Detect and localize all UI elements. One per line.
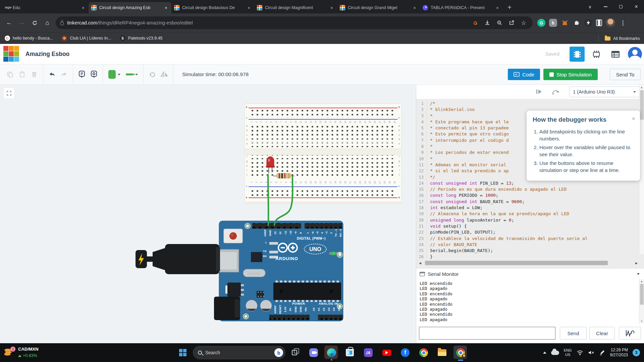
- metamask-extension-icon[interactable]: [561, 19, 569, 27]
- browser-tab[interactable]: TABLA PERIóDICA - Present: [420, 2, 503, 13]
- send-to-button[interactable]: Send To: [610, 69, 641, 80]
- usb-cable[interactable]: [136, 244, 220, 274]
- scrollbar-thumb[interactable]: [640, 90, 644, 120]
- start-button[interactable]: [179, 349, 186, 356]
- browser-menu-icon[interactable]: [619, 19, 627, 27]
- inspect-icon[interactable]: [88, 68, 100, 80]
- led[interactable]: [266, 157, 275, 173]
- profile-avatar[interactable]: [606, 18, 615, 27]
- h-extension-icon[interactable]: [549, 19, 557, 27]
- grammarly-extension-icon[interactable]: [537, 19, 545, 27]
- scrollbar-thumb[interactable]: [640, 284, 644, 305]
- task-view-button[interactable]: [291, 348, 301, 357]
- serial-input[interactable]: [419, 327, 555, 340]
- share-icon[interactable]: [507, 18, 516, 27]
- circuit-canvas[interactable]: ARDUINO UNO SPK16.000G: [0, 85, 416, 343]
- media-app-taskbar-icon[interactable]: [364, 348, 373, 357]
- tab-close-icon[interactable]: [329, 5, 334, 10]
- onedrive-icon[interactable]: [551, 351, 559, 355]
- url-text[interactable]: tinkercad.com/things/dReRP4nego4-amazing…: [67, 20, 468, 25]
- notification-badge[interactable]: 3: [633, 349, 640, 356]
- design-title[interactable]: Amazing Esboo: [25, 51, 69, 58]
- wire-gnd[interactable]: [268, 175, 268, 225]
- extensions-puzzle-icon[interactable]: [573, 19, 581, 27]
- undo-icon[interactable]: [46, 68, 58, 80]
- lock-icon[interactable]: [60, 22, 64, 25]
- reset-button[interactable]: [224, 229, 243, 243]
- tab-close-icon[interactable]: [80, 5, 86, 10]
- redo-icon[interactable]: [58, 68, 70, 80]
- google-icon[interactable]: G: [471, 18, 480, 27]
- paste-icon[interactable]: [16, 68, 28, 80]
- zoom-icon[interactable]: [495, 18, 504, 27]
- pen-icon[interactable]: [599, 350, 605, 355]
- delete-icon[interactable]: [28, 68, 40, 80]
- forward-button[interactable]: [16, 17, 28, 28]
- tab-close-icon[interactable]: [412, 5, 417, 10]
- popup-close-icon[interactable]: [632, 115, 635, 122]
- stop-simulation-button[interactable]: Stop Simulation: [543, 69, 598, 80]
- code-horizontal-scrollbar[interactable]: ◀▶: [419, 260, 638, 265]
- reader-extension-icon[interactable]: [596, 19, 602, 26]
- taskbar-widget[interactable]: 1 CAD/MXN +0.83%: [3, 346, 39, 359]
- lightning-extension-icon[interactable]: [584, 19, 592, 27]
- tab-close-icon[interactable]: [495, 5, 500, 10]
- file-explorer-taskbar-icon[interactable]: [437, 348, 447, 357]
- browser-tab[interactable]: Circuit design Grand Migel: [337, 2, 420, 13]
- all-bookmarks-button[interactable]: All Bookmarks: [598, 33, 640, 44]
- mirror-icon[interactable]: [158, 68, 170, 80]
- facebook-taskbar-icon[interactable]: [400, 348, 410, 357]
- store-taskbar-icon[interactable]: [345, 348, 355, 357]
- code-button[interactable]: Code: [508, 69, 540, 80]
- language-switcher[interactable]: ENGUS: [564, 348, 572, 357]
- youtube-taskbar-icon[interactable]: [382, 348, 391, 357]
- serial-graph-button[interactable]: [619, 327, 641, 340]
- taskbar-search[interactable]: Search b: [193, 346, 285, 359]
- reload-button[interactable]: [29, 17, 40, 28]
- wifi-icon[interactable]: [577, 350, 583, 355]
- tab-close-icon[interactable]: [246, 5, 252, 10]
- serial-monitor-header[interactable]: Serial Monitor: [416, 268, 644, 279]
- serial-scrollbar[interactable]: ▲▼: [639, 279, 644, 323]
- maximize-button[interactable]: [613, 0, 629, 13]
- scrollbar-thumb[interactable]: [425, 261, 608, 265]
- close-button[interactable]: [629, 0, 644, 13]
- back-button[interactable]: [3, 17, 15, 28]
- chrome-taskbar-icon[interactable]: [419, 348, 428, 357]
- tab-search-icon[interactable]: [582, 0, 598, 13]
- zoom-to-fit-button[interactable]: [3, 87, 15, 99]
- wire-color-dropdown[interactable]: [123, 69, 141, 80]
- bookmark-star-icon[interactable]: [519, 18, 528, 27]
- schematic-view-button[interactable]: [589, 47, 604, 62]
- rotate-icon[interactable]: [146, 68, 158, 80]
- bookmark-item[interactable]: Club LIA | Líderes In...: [62, 36, 111, 41]
- power-header[interactable]: [269, 315, 310, 320]
- serial-output[interactable]: LED encendidoLED apagadoLED encendidoLED…: [416, 279, 644, 323]
- components-view-button[interactable]: [570, 47, 585, 62]
- account-avatar[interactable]: [628, 47, 642, 61]
- digital-header-b[interactable]: [305, 223, 342, 229]
- hidden-icons-chevron[interactable]: [543, 352, 546, 354]
- breadboard[interactable]: [245, 104, 401, 204]
- browser-tab[interactable]: Edu: [2, 2, 89, 13]
- volume-muted-icon[interactable]: [588, 350, 595, 355]
- browser-tab[interactable]: Circuit design Magnificent: [254, 2, 337, 13]
- chrome-profile-taskbar-icon[interactable]: [456, 348, 465, 357]
- clock[interactable]: 12:28 PM9/27/2023: [610, 348, 628, 358]
- browser-tab[interactable]: Circuit design Amazing Esb: [89, 2, 171, 13]
- resume-step-icon[interactable]: [535, 88, 543, 96]
- home-button[interactable]: [42, 17, 53, 28]
- wire-pin13[interactable]: [274, 177, 292, 225]
- minimize-button[interactable]: [598, 0, 613, 13]
- bookmark-item[interactable]: Paletools v23.9.45: [120, 36, 163, 41]
- analog-header[interactable]: [318, 315, 343, 320]
- serial-clear-button[interactable]: Clear: [589, 327, 615, 340]
- notes-icon[interactable]: [76, 68, 88, 80]
- arduino-uno[interactable]: ARDUINO UNO SPK16.000G: [214, 221, 343, 321]
- bookmark-item[interactable]: hello bendy - Busca...: [5, 36, 53, 41]
- edge-taskbar-icon[interactable]: [327, 348, 336, 357]
- resistor[interactable]: [273, 173, 294, 178]
- new-tab-button[interactable]: [505, 3, 514, 12]
- install-icon[interactable]: [483, 18, 492, 27]
- component-color-dropdown[interactable]: [106, 69, 123, 80]
